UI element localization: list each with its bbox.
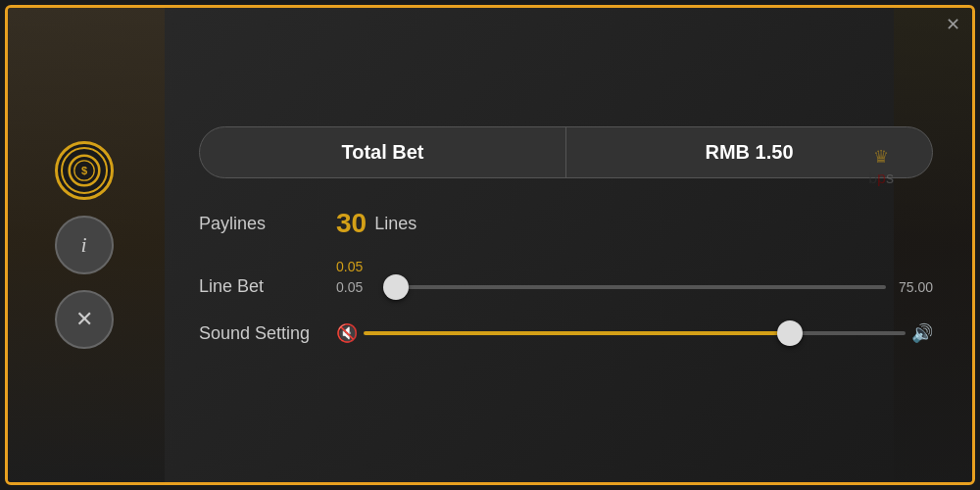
- line-bet-current-value: 0.05: [336, 259, 933, 274]
- line-bet-slider-container: 0.05 75.00: [336, 279, 933, 295]
- total-bet-label: Total Bet: [200, 127, 566, 177]
- sound-slider-wrap: 🔇 🔊: [336, 322, 933, 344]
- sidebar-close-button[interactable]: ✕: [55, 290, 114, 349]
- line-bet-top: Line Bet 0.05 75.00: [199, 276, 933, 297]
- sound-row: Sound Setting 🔇 🔊: [199, 322, 933, 344]
- svg-point-0: [69, 156, 99, 186]
- close-button[interactable]: ✕: [946, 16, 960, 33]
- bps-p: p: [877, 170, 886, 186]
- main-window: ✕ $ i ✕ ♛ bps Total Bet RMB 1.50: [5, 5, 975, 485]
- bps-text: bps: [868, 170, 894, 187]
- sound-mute-icon[interactable]: 🔇: [336, 322, 358, 344]
- line-bet-row: 0.05 Line Bet 0.05 75.00: [199, 259, 933, 303]
- paylines-row: Paylines 30 Lines: [199, 208, 933, 239]
- line-bet-label: Line Bet: [199, 276, 336, 297]
- paylines-label: Paylines: [199, 214, 336, 234]
- sidebar-bet-button[interactable]: $: [55, 141, 114, 200]
- bps-b: b: [868, 170, 877, 186]
- main-panel: ♛ bps Total Bet RMB 1.50 Paylines 30 Lin…: [160, 97, 972, 393]
- line-bet-slider[interactable]: [383, 285, 886, 289]
- sound-setting-label: Sound Setting: [199, 323, 336, 344]
- paylines-number: 30: [336, 208, 367, 239]
- sound-on-icon[interactable]: 🔊: [911, 322, 933, 344]
- bps-watermark: ♛ bps: [868, 146, 894, 187]
- bps-crown: ♛: [873, 146, 889, 168]
- x-icon: ✕: [75, 307, 93, 332]
- info-icon: i: [80, 232, 86, 258]
- svg-text:$: $: [80, 165, 86, 176]
- line-bet-max: 75.00: [896, 279, 933, 295]
- line-bet-min: 0.05: [336, 279, 373, 295]
- bps-s: s: [886, 170, 894, 186]
- total-bet-bar: Total Bet RMB 1.50: [199, 126, 933, 178]
- sidebar: $ i ✕: [8, 8, 160, 482]
- svg-point-1: [74, 161, 93, 180]
- sound-slider[interactable]: [364, 331, 906, 335]
- paylines-unit: Lines: [374, 214, 416, 234]
- sidebar-info-button[interactable]: i: [55, 216, 114, 274]
- coin-icon: $: [68, 154, 101, 187]
